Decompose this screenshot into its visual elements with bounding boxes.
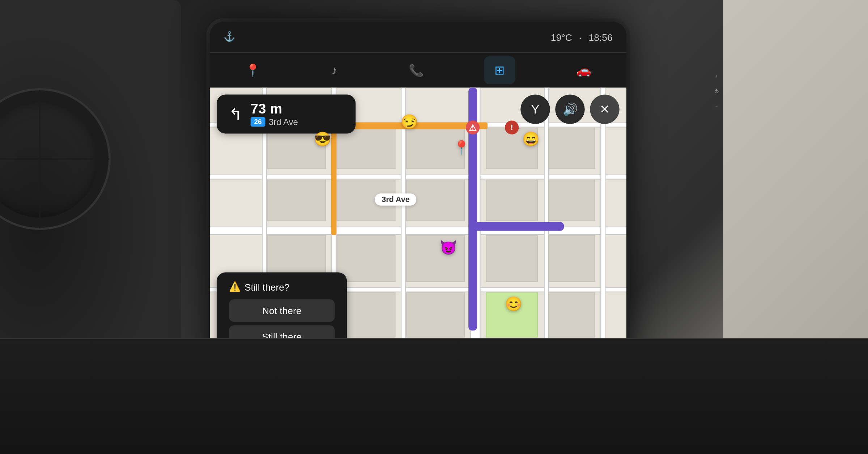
not-there-button[interactable]: Not there	[229, 299, 335, 322]
dashboard	[0, 338, 868, 454]
waze-emoji-4: 😈	[440, 239, 457, 256]
block18	[406, 292, 465, 338]
hazard-title-text: Still there?	[244, 282, 290, 292]
minus-button[interactable]: −	[712, 103, 720, 111]
status-bar: ⚓ 19°C · 18:56	[210, 22, 626, 53]
tab-phone[interactable]: 📞	[398, 56, 434, 84]
road-h3-main	[210, 226, 626, 235]
road-number: 26	[251, 117, 265, 127]
block2	[336, 128, 395, 169]
street-label-3rd-ave: 3rd Ave	[375, 193, 417, 206]
waze-emoji-5: 😊	[505, 296, 522, 312]
waze-emoji-2: 😏	[401, 113, 418, 130]
physical-buttons: + ⏻ −	[712, 72, 720, 111]
road-name: 3rd Ave	[269, 117, 298, 127]
y-button[interactable]: Y	[520, 95, 550, 124]
car-interior: + ⏻ − ⚓ 19°C · 18:56 📍 ♪ 📞 ⊞ 🚗	[0, 0, 868, 454]
plus-button[interactable]: +	[712, 72, 720, 80]
route-horizontal	[468, 222, 564, 231]
road-h2	[210, 174, 626, 179]
nav-distance: 73 m 26 3rd Ave	[251, 102, 298, 127]
block19	[548, 292, 595, 338]
status-right: 19°C · 18:56	[551, 32, 613, 42]
power-button[interactable]: ⏻	[712, 87, 720, 95]
hazard-title: ⚠️ Still there?	[229, 281, 335, 292]
block5	[548, 128, 595, 169]
block12	[336, 235, 395, 282]
road-badge: 26 3rd Ave	[251, 117, 298, 127]
orange-road-v	[331, 122, 336, 235]
clock: 18:56	[589, 32, 613, 42]
volume-button[interactable]: 🔊	[555, 95, 585, 124]
block10	[548, 180, 595, 221]
traffic-incident-2: !	[505, 121, 519, 134]
steering-wheel	[0, 90, 109, 228]
waze-emoji-3: 😄	[522, 131, 540, 147]
block14	[486, 235, 538, 282]
tab-location[interactable]: 📍	[235, 56, 271, 84]
tab-music[interactable]: ♪	[321, 56, 348, 84]
nav-instruction: ↰ 73 m 26 3rd Ave	[217, 95, 356, 134]
navigation-tabs: 📍 ♪ 📞 ⊞ 🚗	[210, 53, 626, 87]
traffic-incident-1: ⚠	[466, 121, 480, 134]
block15	[548, 235, 595, 282]
waze-emoji-1: 😎	[314, 131, 331, 147]
block9	[486, 180, 538, 221]
time-separator: ·	[579, 32, 582, 42]
tab-apps[interactable]: ⊞	[484, 56, 515, 84]
status-left: ⚓	[224, 31, 236, 42]
map-controls: Y 🔊 ✕	[520, 95, 620, 124]
temperature: 19°C	[551, 32, 572, 42]
waze-pin: 📍	[453, 140, 470, 156]
bluetooth-icon: ⚓	[224, 31, 236, 42]
distance-value: 73 m	[251, 102, 298, 117]
hazard-icon: ⚠️	[229, 281, 241, 292]
turn-icon: ↰	[229, 104, 242, 124]
close-button[interactable]: ✕	[590, 95, 620, 124]
block6	[267, 180, 326, 221]
tab-car[interactable]: 🚗	[566, 56, 601, 84]
